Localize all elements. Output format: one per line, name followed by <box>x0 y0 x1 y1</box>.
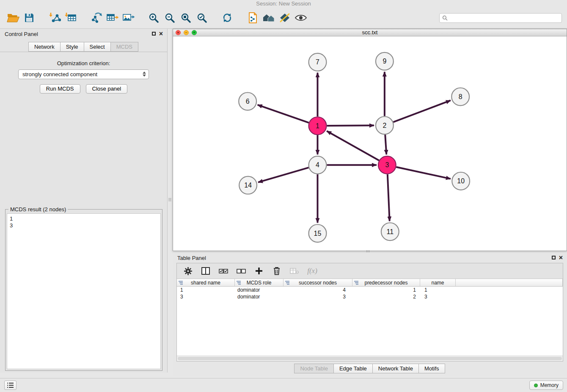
column-header-successor-nodes[interactable]: successor nodes <box>284 279 352 287</box>
graph-node-15[interactable]: 15 <box>309 224 327 242</box>
home-pages-button[interactable] <box>261 9 277 26</box>
graph-node-7[interactable]: 7 <box>309 53 327 71</box>
split-columns-icon <box>201 267 210 275</box>
search-box[interactable] <box>439 13 562 23</box>
graph-edge-3-1[interactable] <box>327 131 379 160</box>
export-table-button[interactable] <box>104 9 120 26</box>
zoom-selected-button[interactable] <box>194 9 210 26</box>
close-table-panel-icon[interactable]: × <box>559 255 563 260</box>
open-session-button[interactable] <box>5 9 21 26</box>
graph-node-6[interactable]: 6 <box>239 92 256 110</box>
close-window-icon[interactable]: × <box>176 30 181 35</box>
table-panel-body: f(x) shared name MCDS role successor nod… <box>176 263 563 362</box>
table-settings-button[interactable] <box>183 265 193 276</box>
document-share-button[interactable] <box>245 9 261 26</box>
graph-edge-2-3[interactable] <box>385 135 386 155</box>
run-mcds-button[interactable]: Run MCDS <box>40 84 80 94</box>
homes-icon <box>262 12 275 23</box>
graph-edge-3-10[interactable] <box>396 167 451 179</box>
import-table-button[interactable] <box>63 9 79 26</box>
zoom-selected-icon <box>196 12 208 24</box>
graph-node-1[interactable]: 1 <box>309 117 327 135</box>
svg-text:7: 7 <box>316 58 319 66</box>
graphics-details-button[interactable] <box>277 9 293 26</box>
zoom-fit-button[interactable] <box>178 9 194 26</box>
graph-edge-2-8[interactable] <box>393 100 450 122</box>
export-image-button[interactable] <box>120 9 136 26</box>
horizontal-splitter-handle[interactable] <box>363 250 372 252</box>
svg-text:10: 10 <box>457 177 465 185</box>
select-all-button[interactable] <box>218 265 228 276</box>
zoom-out-button[interactable] <box>162 9 178 26</box>
table-panel: Table Panel × <box>173 253 567 376</box>
status-bar: Memory <box>0 378 567 392</box>
tab-style[interactable]: Style <box>60 42 84 52</box>
float-panel-icon[interactable] <box>152 32 156 36</box>
table-horizontal-scrollbar[interactable] <box>177 356 563 361</box>
float-table-panel-icon[interactable] <box>552 256 556 259</box>
minimize-window-icon[interactable]: − <box>184 30 189 35</box>
main-toolbar <box>0 7 567 29</box>
delete-button[interactable] <box>272 265 282 276</box>
close-panel-icon[interactable]: × <box>159 31 163 36</box>
graph-node-10[interactable]: 10 <box>452 172 470 190</box>
mcds-result-list[interactable]: 1 3 <box>7 213 161 369</box>
zoom-in-button[interactable] <box>146 9 162 26</box>
graph-edge-3-11[interactable] <box>388 174 390 221</box>
add-button[interactable] <box>254 265 264 276</box>
tab-node-table[interactable]: Node Table <box>294 364 334 373</box>
import-network-button[interactable] <box>47 9 63 26</box>
network-canvas[interactable]: 7968124314101511 <box>173 36 567 251</box>
optimization-criterion-select[interactable]: strongly connected component <box>18 69 149 79</box>
graph-node-2[interactable]: 2 <box>376 116 394 134</box>
graph-node-14[interactable]: 14 <box>239 177 257 194</box>
split-view-button[interactable] <box>201 265 211 276</box>
svg-text:6: 6 <box>246 98 250 105</box>
graph-node-8[interactable]: 8 <box>451 88 469 106</box>
network-window-title: scc.txt <box>173 29 567 36</box>
graph-edge-1-2[interactable] <box>327 125 374 126</box>
memory-button[interactable]: Memory <box>529 381 563 390</box>
tab-network[interactable]: Network <box>28 42 61 52</box>
table-header-row: shared name MCDS role successor nodes pr… <box>177 279 563 287</box>
new-network-button[interactable] <box>88 9 104 26</box>
optimization-criterion-label: Optimization criterion: <box>0 60 167 66</box>
tab-edge-table[interactable]: Edge Table <box>333 364 373 373</box>
search-input[interactable] <box>449 15 559 21</box>
graph-node-9[interactable]: 9 <box>376 52 394 70</box>
memory-label: Memory <box>540 382 559 388</box>
save-session-button[interactable] <box>21 9 37 26</box>
column-header-name[interactable]: name <box>420 279 456 287</box>
deselect-all-button[interactable] <box>236 265 246 276</box>
svg-text:8: 8 <box>459 93 462 100</box>
graph-edge-1-6[interactable] <box>258 105 309 123</box>
refresh-layout-button[interactable] <box>219 9 235 26</box>
tab-network-table[interactable]: Network Table <box>372 364 419 373</box>
table-row[interactable]: 1 dominator 4 1 1 <box>177 287 563 293</box>
tab-select[interactable]: Select <box>84 42 111 52</box>
scrollbar-thumb[interactable] <box>178 357 562 360</box>
tab-motifs[interactable]: Motifs <box>418 364 445 373</box>
vertical-splitter-handle[interactable] <box>168 195 171 204</box>
table-panel-title: Table Panel <box>177 255 206 261</box>
graph-edge-4-14[interactable] <box>258 168 308 182</box>
optimization-criterion-value: strongly connected component <box>22 71 97 77</box>
column-header-predecessor-nodes[interactable]: predecessor nodes <box>352 279 420 287</box>
task-history-button[interactable] <box>4 381 17 390</box>
window-title: Session: New Session <box>256 0 311 7</box>
tab-mcds[interactable]: MCDS <box>110 42 138 52</box>
document-share-icon <box>247 12 258 24</box>
column-header-mcds-role[interactable]: MCDS role <box>235 279 284 287</box>
graph-node-4[interactable]: 4 <box>309 156 327 174</box>
maximize-window-icon[interactable]: + <box>192 30 197 35</box>
network-graph[interactable]: 7968124314101511 <box>173 36 567 251</box>
search-icon <box>442 15 448 21</box>
close-panel-button[interactable]: Close panel <box>86 84 128 94</box>
show-hide-details-button[interactable] <box>293 9 309 26</box>
graph-node-11[interactable]: 11 <box>381 223 399 240</box>
network-window-titlebar: × − + scc.txt <box>173 29 567 36</box>
table-row[interactable]: 3 dominator 3 2 3 <box>177 293 563 300</box>
svg-text:11: 11 <box>387 228 394 235</box>
graph-node-3[interactable]: 3 <box>378 156 396 174</box>
column-header-shared-name[interactable]: shared name <box>177 279 235 287</box>
